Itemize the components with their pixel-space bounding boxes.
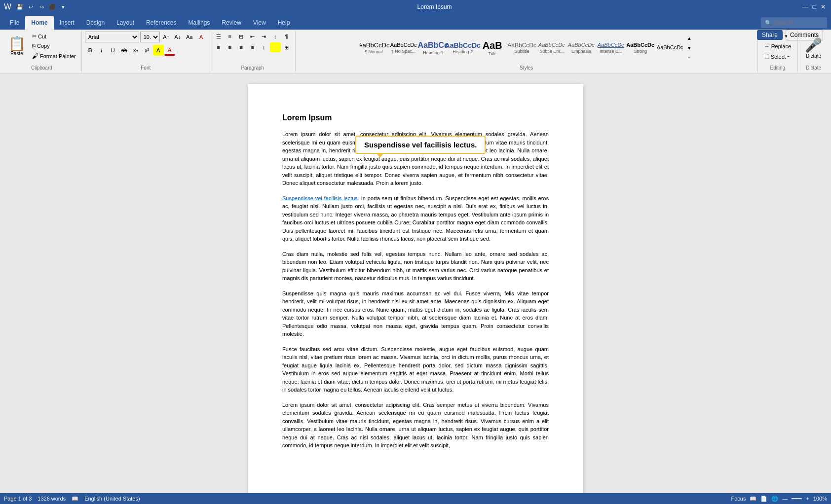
text-highlight-button[interactable]: A (153, 45, 164, 56)
style-emphasis[interactable]: AaBbCcDc Emphasis (567, 32, 596, 64)
tab-file[interactable]: File (4, 16, 25, 30)
font-size-select[interactable]: 10.5 (140, 32, 160, 42)
title-bar-left: W 💾 ↩ ↪ ⬛ ▾ (4, 2, 68, 11)
show-formatting-button[interactable]: ¶ (281, 32, 292, 41)
qat-save[interactable]: 💾 (15, 2, 24, 11)
styles-label: Styles (519, 64, 534, 72)
bullets-button[interactable]: ☰ (213, 32, 224, 41)
decrease-indent-button[interactable]: ⇤ (247, 32, 258, 41)
font-family-select[interactable]: Arial (85, 32, 139, 42)
tab-mailings[interactable]: Mailings (182, 16, 216, 30)
sort-button[interactable]: ↕ (270, 32, 281, 41)
qat-dropdown[interactable]: ▾ (59, 2, 68, 11)
tab-view[interactable]: View (247, 16, 272, 30)
styles-expand[interactable]: ≡ (685, 53, 693, 63)
read-mode-icon[interactable]: 📖 (750, 496, 756, 502)
style-subtitle[interactable]: AaBbCcDc Subtitle (508, 32, 536, 64)
align-left-button[interactable]: ≡ (213, 42, 224, 52)
style-title[interactable]: AaB Title (478, 32, 507, 64)
ribbon-tabs: File Home Insert Design Layout Reference… (0, 14, 831, 30)
style-nospace[interactable]: AaBbCcDc ¶ No Spac... (389, 32, 418, 64)
justify-button[interactable]: ≡ (247, 42, 258, 52)
font-color-button[interactable]: A (164, 45, 175, 56)
copy-button[interactable]: ⎘ Copy (30, 41, 78, 50)
zoom-in-button[interactable]: + (806, 496, 809, 502)
clear-formatting-button[interactable]: A (196, 32, 207, 42)
close-button[interactable]: ✕ (819, 3, 827, 11)
tab-layout[interactable]: Layout (111, 16, 140, 30)
status-bar: Page 1 of 3 1326 words 📖 English (United… (0, 493, 831, 503)
share-button[interactable]: Share (757, 30, 783, 40)
change-case-button[interactable]: Aa (184, 32, 195, 42)
tab-design[interactable]: Design (80, 16, 111, 30)
proofing-icon: 📖 (72, 496, 78, 502)
underline-button[interactable]: U (108, 45, 118, 56)
superscript-button[interactable]: x² (142, 45, 152, 56)
web-layout-icon[interactable]: 🌐 (771, 496, 778, 502)
italic-button[interactable]: I (96, 45, 107, 56)
clipboard-group: 📋 Paste ✂ Cut ⎘ Copy 🖌 Format Painter (2, 31, 82, 72)
qat-more[interactable]: ⬛ (48, 2, 57, 11)
paste-icon: 📋 (8, 37, 26, 51)
borders-button[interactable]: ⊞ (281, 42, 292, 52)
increase-font-button[interactable]: A↑ (161, 32, 172, 42)
tab-review[interactable]: Review (216, 16, 247, 30)
select-button[interactable]: ⬚ Select ~ (761, 52, 794, 61)
style-heading2[interactable]: AaBbCcDc Heading 2 (449, 32, 477, 64)
tab-insert[interactable]: Insert (54, 16, 80, 30)
cut-button[interactable]: ✂ Cut (30, 32, 78, 41)
comments-button[interactable]: Comments (786, 30, 823, 40)
zoom-slider[interactable]: ━━━ (792, 496, 802, 502)
style-heading1[interactable]: AaBbCc Heading 1 (419, 32, 448, 64)
paste-button[interactable]: 📋 Paste (5, 32, 29, 61)
paragraph-group: ☰ ≡ ⊟ ⇤ ⇥ ↕ ¶ ≡ ≡ ≡ ≡ ↕ ⊞ Paragraph (210, 31, 296, 72)
window-title: Lorem Ipsum (68, 3, 801, 10)
strikethrough-button[interactable]: ab (119, 45, 130, 56)
numbering-button[interactable]: ≡ (225, 32, 235, 41)
decrease-font-button[interactable]: A↓ (172, 32, 183, 42)
focus-button[interactable]: Focus (731, 496, 746, 502)
align-right-button[interactable]: ≡ (236, 42, 247, 52)
styles-gallery: AaBbCcDc ¶ Normal AaBbCcDc ¶ No Spac... … (360, 32, 684, 64)
zoom-out-button[interactable]: — (782, 496, 788, 502)
format-painter-icon: 🖌 (32, 52, 38, 60)
suspendisse-link[interactable]: Suspendisse vel facilisis lectus. (282, 195, 359, 201)
style-subtle-emphasis[interactable]: AaBbCcDc Subtle Em... (537, 32, 566, 64)
style-intense-emphasis[interactable]: AaBbCcDc Intense E... (597, 32, 625, 64)
subscript-button[interactable]: x₂ (130, 45, 141, 56)
line-spacing-button[interactable]: ↕ (259, 42, 269, 52)
bold-button[interactable]: B (85, 45, 96, 56)
print-layout-icon[interactable]: 📄 (760, 496, 767, 502)
tab-home[interactable]: Home (25, 16, 53, 30)
search-icon: 🔍 (765, 20, 772, 26)
styles-scroll-down[interactable]: ▼ (685, 43, 693, 53)
replace-button[interactable]: ↔ Replace (761, 42, 794, 51)
search-input[interactable] (774, 19, 823, 26)
tab-references[interactable]: References (140, 16, 182, 30)
document-area: Suspendisse vel facilisis lectus. Lorem … (0, 74, 831, 503)
shading-button[interactable] (270, 42, 281, 52)
multilevel-button[interactable]: ⊟ (236, 32, 247, 41)
style-more-item[interactable]: AaBbCcDc (656, 32, 684, 64)
paragraph-6: Lorem ipsum dolor sit amet, consectetur … (282, 401, 549, 450)
font-label: Font (140, 64, 151, 72)
tab-help[interactable]: Help (272, 16, 296, 30)
window-controls: — □ ✕ (801, 3, 827, 11)
qat-redo[interactable]: ↪ (37, 2, 46, 11)
style-normal[interactable]: AaBbCcDc ¶ Normal (360, 32, 388, 64)
paragraph-2: Suspendisse vel facilisis lectus. In por… (282, 194, 549, 243)
language: English (United States) (84, 496, 140, 502)
clipboard-label: Clipboard (30, 64, 53, 72)
styles-scroll: ▲ ▼ ≡ (685, 33, 693, 63)
replace-icon: ↔ (764, 43, 770, 49)
increase-indent-button[interactable]: ⇥ (259, 32, 269, 41)
styles-scroll-up[interactable]: ▲ (685, 33, 693, 43)
minimize-button[interactable]: — (801, 3, 809, 11)
qat-undo[interactable]: ↩ (26, 2, 35, 11)
paragraph-4: Suspendisse quis magna quis mauris maxim… (282, 289, 549, 338)
paragraph-1: Lorem ipsum dolor sit amet, consectetur … (282, 130, 549, 187)
restore-button[interactable]: □ (810, 3, 818, 11)
format-painter-button[interactable]: 🖌 Format Painter (30, 51, 78, 61)
style-strong[interactable]: AaBbCcDc Strong (626, 32, 655, 64)
align-center-button[interactable]: ≡ (225, 42, 235, 52)
